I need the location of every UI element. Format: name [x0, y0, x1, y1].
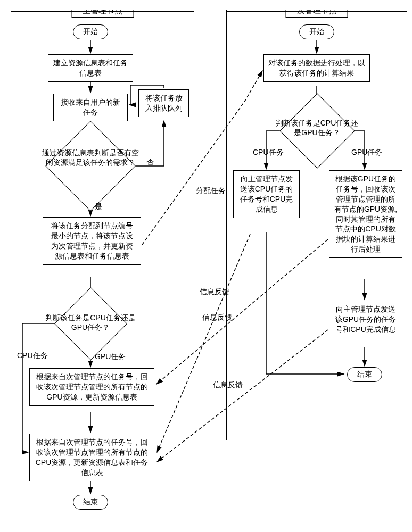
- left-box-assign: 将该任务分配到节点编号最小的节点，将该节点设为次管理节点，并更新资源信息表和任务…: [43, 217, 141, 265]
- left-box-create-tables: 建立资源信息表和任务信息表: [48, 54, 133, 82]
- right-label-cpu: CPU任务: [253, 148, 284, 157]
- right-end: 结束: [347, 367, 382, 382]
- label-assign-task: 分配任务: [196, 186, 226, 196]
- left-label-cpu: CPU任务: [17, 351, 48, 361]
- left-diamond-resource-text: 通过资源信息表判断是否有空闲资源满足该任务的需求？: [40, 148, 141, 167]
- right-box-cpu-send: 向主管理节点发送该CPU任务的任务号和CPU完成信息: [233, 170, 300, 218]
- left-label-gpu: GPU任务: [95, 352, 126, 362]
- right-label-gpu: GPU任务: [351, 148, 382, 157]
- label-feedback-3: 信息反馈: [213, 380, 243, 390]
- left-box-queue: 将该任务放入排队队列: [138, 89, 189, 117]
- right-start: 开始: [299, 24, 334, 39]
- left-panel-title: 主管理节点: [71, 10, 134, 18]
- right-panel-title: 次管理节点: [286, 10, 348, 18]
- right-box-process: 对该任务的数据进行处理，以获得该任务的计算结果: [263, 54, 370, 82]
- left-end: 结束: [73, 495, 108, 510]
- left-start: 开始: [73, 24, 108, 39]
- right-box-gpu-send: 向主管理节点发送该GPU任务的任务号和CPU完成信息: [329, 301, 402, 338]
- right-box-gpu-reclaim: 根据该GPU任务的任务号，回收该次管理节点管理的所有节点的GPU资源, 同时其管…: [329, 170, 402, 258]
- left-box-reclaim-gpu: 根据来自次管理节点的任务号，回收该次管理节点管理的所有节点的GPU资源，更新资源…: [29, 368, 154, 406]
- right-diamond-task-type-text: 判断该任务是CPU任务还是GPU任务？: [273, 118, 361, 137]
- label-feedback-1: 信息反馈: [200, 287, 229, 297]
- label-yes: 是: [95, 202, 102, 212]
- left-diamond-task-type-text: 判断该任务是CPU任务还是GPU任务？: [45, 313, 136, 332]
- label-feedback-2: 信息反馈: [202, 313, 232, 322]
- left-box-reclaim-cpu: 根据来自次管理节点的任务号，回收该次管理节点管理的所有节点的CPU资源，更新资源…: [29, 434, 154, 481]
- label-no: 否: [146, 157, 154, 167]
- left-box-receive-task: 接收来自用户的新任务: [53, 94, 128, 121]
